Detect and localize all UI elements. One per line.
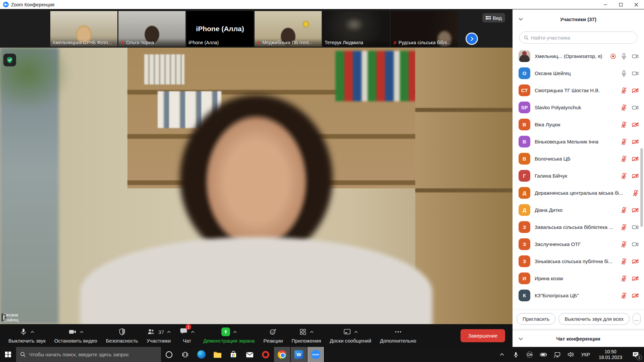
tray-camera-icon[interactable] xyxy=(523,347,536,362)
mute-button[interactable]: Выключить звук xyxy=(4,324,50,347)
mic-status-icon[interactable] xyxy=(620,172,628,180)
taskbar-clock[interactable]: 10:50 18.01.2023 xyxy=(594,349,627,360)
mic-status-icon[interactable] xyxy=(620,258,628,265)
zoom-taskbar-button[interactable]: zoom xyxy=(308,347,324,362)
close-button[interactable] xyxy=(629,0,644,9)
tray-volume-icon[interactable] xyxy=(564,347,578,362)
end-meeting-button[interactable]: Завершение xyxy=(461,329,505,342)
share-screen-button[interactable]: Демонстрация экрана xyxy=(199,324,259,347)
view-button[interactable]: Вид xyxy=(482,13,505,22)
start-button[interactable] xyxy=(0,347,16,362)
camera-status-icon[interactable] xyxy=(631,53,639,60)
panel-scrollbar[interactable] xyxy=(640,148,643,227)
tray-battery-icon[interactable] xyxy=(536,347,550,362)
mic-status-icon[interactable] xyxy=(620,275,628,282)
participant-row[interactable]: К КЗ"Білогірська ЦБ" xyxy=(513,287,644,304)
chat-button[interactable]: 1 Чат xyxy=(175,324,199,347)
tray-microphone-icon[interactable] xyxy=(509,347,523,362)
invite-button[interactable]: Пригласить xyxy=(517,313,555,325)
cortana-button[interactable] xyxy=(161,347,177,362)
stop-video-button[interactable]: Остановить видео xyxy=(50,324,102,347)
tray-network-icon[interactable] xyxy=(550,347,564,362)
video-thumbnail[interactable]: Меджибізька ПБ med... xyxy=(255,11,322,47)
mic-status-icon[interactable] xyxy=(620,138,628,145)
participant-row[interactable]: Д Деражнянська центральна міська бі... xyxy=(513,184,644,201)
camera-status-icon[interactable] xyxy=(631,292,639,299)
opera-button[interactable] xyxy=(258,347,274,362)
chevron-up-icon[interactable] xyxy=(31,331,34,333)
mic-status-icon[interactable] xyxy=(620,53,628,60)
video-thumbnail[interactable]: Ольга Чорна xyxy=(118,11,185,47)
more-button[interactable]: Дополнительно xyxy=(376,324,421,347)
participant-search-input[interactable] xyxy=(531,35,633,41)
participant-row[interactable]: В Волочиська ЦБ xyxy=(513,150,644,167)
video-thumbnail[interactable]: iPhone (Алла) iPhone (Алла) xyxy=(186,11,254,47)
mic-status-icon[interactable] xyxy=(620,224,628,231)
taskbar-search[interactable] xyxy=(16,347,161,362)
show-hidden-icons-button[interactable] xyxy=(495,347,509,362)
participant-row[interactable]: В Віньковецька Мельник Інна xyxy=(513,133,644,150)
security-button[interactable]: Безопасность xyxy=(102,324,143,347)
camera-status-icon[interactable] xyxy=(631,121,639,128)
mic-status-icon[interactable] xyxy=(620,87,628,94)
minimize-button[interactable] xyxy=(598,0,613,9)
chevron-up-icon[interactable] xyxy=(310,331,314,333)
participant-row[interactable]: Г Галина Бійчук xyxy=(513,167,644,184)
video-thumbnail[interactable]: Хмельницька ОУНБ Філіп... xyxy=(50,11,117,47)
participants-button[interactable]: 37 Участники xyxy=(142,324,175,347)
mic-status-icon[interactable] xyxy=(620,104,628,111)
apps-button[interactable]: Приложения xyxy=(287,324,325,347)
camera-status-icon[interactable] xyxy=(631,155,639,163)
camera-status-icon[interactable] xyxy=(631,70,639,77)
chevron-up-icon[interactable] xyxy=(191,331,195,333)
notification-center-button[interactable]: 1 xyxy=(627,347,644,362)
participant-row[interactable]: Хмельниц... (Организатор, я) xyxy=(513,48,644,65)
participant-row[interactable]: И Ирина козак xyxy=(513,270,644,287)
participant-row[interactable]: З Зіньківська сільська публічна бі... xyxy=(513,253,644,270)
camera-status-icon[interactable] xyxy=(631,206,639,214)
camera-status-icon[interactable] xyxy=(631,104,639,111)
participant-row[interactable]: СТ Смотрицька ТГ Шостак Н.В. xyxy=(513,82,644,99)
collapse-chevron-icon[interactable] xyxy=(519,338,523,340)
participant-row[interactable]: З Завальська сільська бібліотека ... xyxy=(513,219,644,236)
camera-status-icon[interactable] xyxy=(631,224,639,231)
camera-status-icon[interactable] xyxy=(631,172,639,180)
participant-row[interactable]: В Віка Луцюк xyxy=(513,116,644,133)
chevron-up-icon[interactable] xyxy=(167,331,171,333)
camera-status-icon[interactable] xyxy=(631,241,639,248)
mic-status-icon[interactable] xyxy=(620,206,628,214)
participant-row[interactable]: SP Slavko Polyatynchuk xyxy=(513,99,644,116)
chevron-up-icon[interactable] xyxy=(233,331,237,333)
participant-row[interactable]: З Заслучненська ОТГ xyxy=(513,236,644,253)
camera-status-icon[interactable] xyxy=(631,87,639,94)
mic-status-icon[interactable] xyxy=(620,70,628,77)
footer-more-button[interactable]: … xyxy=(633,313,641,325)
mic-status-icon[interactable] xyxy=(620,155,628,163)
chrome-button[interactable] xyxy=(274,347,290,362)
mic-status-icon[interactable] xyxy=(632,189,639,197)
task-view-button[interactable] xyxy=(177,347,193,362)
camera-status-icon[interactable] xyxy=(631,138,639,145)
mic-status-icon[interactable] xyxy=(620,241,628,248)
collapse-chevron-icon[interactable] xyxy=(519,18,523,20)
mic-status-icon[interactable] xyxy=(620,292,628,299)
camera-status-icon[interactable] xyxy=(631,275,639,282)
mic-status-icon[interactable] xyxy=(620,121,628,128)
participant-row[interactable]: О Оксана Шейгец xyxy=(513,65,644,82)
mail-button[interactable] xyxy=(241,347,258,362)
taskbar-search-input[interactable] xyxy=(29,352,157,357)
maximize-button[interactable] xyxy=(613,0,629,9)
video-thumbnail[interactable]: Тетерук Людмила xyxy=(323,11,390,47)
mute-all-button[interactable]: Выключить звук для всех xyxy=(558,313,630,325)
reactions-button[interactable]: Реакции xyxy=(259,324,287,347)
file-explorer-button[interactable] xyxy=(209,347,225,362)
camera-status-icon[interactable] xyxy=(631,258,639,265)
language-indicator[interactable]: УКР xyxy=(578,352,594,357)
chevron-up-icon[interactable] xyxy=(80,331,84,333)
security-shield-icon[interactable] xyxy=(3,54,16,66)
edge-button[interactable] xyxy=(193,347,209,362)
word-button[interactable]: W xyxy=(291,347,307,362)
next-page-button[interactable] xyxy=(466,33,478,45)
store-button[interactable] xyxy=(225,347,241,362)
chevron-up-icon[interactable] xyxy=(354,331,358,333)
